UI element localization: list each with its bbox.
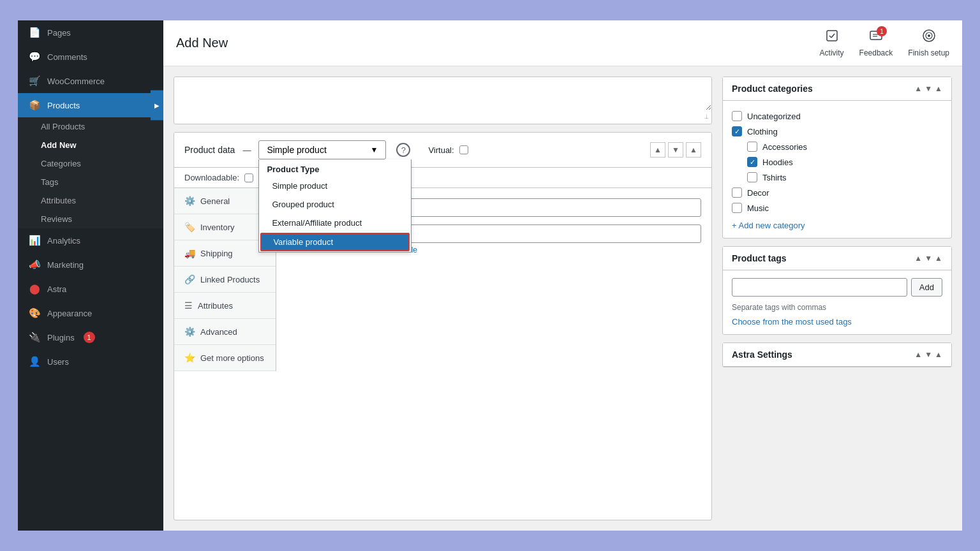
description-textarea[interactable] xyxy=(174,77,711,110)
dropdown-item-variable[interactable]: Variable product xyxy=(260,233,410,251)
astra-expand[interactable]: ▲ xyxy=(935,350,942,359)
astra-collapse-up[interactable]: ▲ xyxy=(914,350,922,359)
categories-body: Uncategorized Clothing Accessories xyxy=(723,101,951,238)
tags-box-header: Product tags ▲ ▼ ▲ xyxy=(723,247,951,270)
categories-collapse-down[interactable]: ▼ xyxy=(924,84,932,93)
dropdown-item-grouped[interactable]: Grouped product xyxy=(259,195,411,214)
tab-attributes[interactable]: ☰ Attributes xyxy=(174,293,276,319)
dropdown-item-simple[interactable]: Simple product xyxy=(259,177,411,195)
checkbox-clothing[interactable] xyxy=(732,126,742,136)
regular-price-input[interactable] xyxy=(383,198,701,217)
product-type-trigger[interactable]: Simple product ▼ xyxy=(258,140,386,159)
sidebar-item-products[interactable]: 📦 Products xyxy=(18,93,163,117)
astra-settings-title: Astra Settings xyxy=(732,349,792,360)
sidebar-item-pages[interactable]: 📄 Pages xyxy=(18,20,163,45)
sidebar-item-label-appearance: Appearance xyxy=(47,309,92,318)
categories-label: Categories xyxy=(41,159,81,168)
sidebar-sub-categories[interactable]: Categories xyxy=(18,154,163,173)
help-icon[interactable]: ? xyxy=(396,143,410,157)
product-data-box: Product data — Simple product ▼ Product … xyxy=(174,132,712,520)
shipping-tab-icon: 🚚 xyxy=(184,248,195,258)
tab-advanced[interactable]: ⚙️ Advanced xyxy=(174,319,276,345)
get-more-tab-icon: ⭐ xyxy=(184,353,195,363)
inventory-tab-icon: 🏷️ xyxy=(184,222,195,232)
sidebar-item-label-analytics: Analytics xyxy=(47,236,80,246)
product-data-header: Product data — Simple product ▼ Product … xyxy=(174,133,711,168)
page-title: Add New xyxy=(176,36,228,50)
finish-setup-button[interactable]: Finish setup xyxy=(908,29,949,57)
sidebar-item-astra[interactable]: ⬤ Astra xyxy=(18,277,163,301)
advanced-tab-label: Advanced xyxy=(200,327,237,337)
downloadable-checkbox[interactable] xyxy=(244,173,253,182)
product-data-dash: — xyxy=(242,145,251,155)
arrow-up-btn[interactable]: ▲ xyxy=(650,142,665,158)
category-item-clothing: Clothing xyxy=(732,124,942,139)
category-item-music: Music xyxy=(732,200,942,216)
tags-input[interactable] xyxy=(732,278,907,297)
virtual-checkbox[interactable] xyxy=(459,145,468,154)
checkbox-accessories[interactable] xyxy=(747,142,757,152)
sidebar-item-comments[interactable]: 💬 Comments xyxy=(18,45,163,69)
category-label-clothing: Clothing xyxy=(747,127,778,136)
add-category-link[interactable]: + Add new category xyxy=(732,221,942,230)
tab-linked-products[interactable]: 🔗 Linked Products xyxy=(174,267,276,293)
dropdown-section-title: Product Type xyxy=(259,159,411,177)
tags-hint: Separate tags with commas xyxy=(732,303,942,312)
categories-collapse-up[interactable]: ▲ xyxy=(914,84,922,93)
product-type-menu: Product Type Simple product Grouped prod… xyxy=(258,159,412,253)
categories-title: Product categories xyxy=(732,84,813,94)
checkbox-uncategorized[interactable] xyxy=(732,111,742,121)
category-item-accessories: Accessories xyxy=(747,139,942,154)
checkbox-decor[interactable] xyxy=(732,187,742,198)
arrow-down-btn[interactable]: ▼ xyxy=(668,142,683,158)
selected-product-type: Simple product xyxy=(267,145,326,155)
tags-body: Add Separate tags with commas Choose fro… xyxy=(723,270,951,334)
top-bar-actions: Activity 1 Feedback xyxy=(820,29,949,57)
sidebar-item-woocommerce[interactable]: 🛒 WooCommerce xyxy=(18,69,163,93)
sidebar-item-label-comments: Comments xyxy=(47,52,87,62)
categories-box-header: Product categories ▲ ▼ ▲ xyxy=(723,77,951,101)
astra-settings-box: Astra Settings ▲ ▼ ▲ xyxy=(722,342,952,367)
feedback-button[interactable]: 1 Feedback xyxy=(859,29,893,57)
tags-controls: ▲ ▼ ▲ xyxy=(914,254,942,263)
dropdown-item-external[interactable]: External/Affiliate product xyxy=(259,214,411,232)
tags-collapse-down[interactable]: ▼ xyxy=(924,254,932,263)
choose-tags-link[interactable]: Choose from the most used tags xyxy=(732,317,852,327)
sidebar-sub-add-new[interactable]: Add New xyxy=(18,136,163,154)
category-label-music: Music xyxy=(747,203,769,213)
arrow-expand-btn[interactable]: ▲ xyxy=(686,142,701,158)
attributes-tab-label: Attributes xyxy=(198,301,233,311)
sidebar-sub-all-products[interactable]: All Products xyxy=(18,117,163,136)
appearance-icon: 🎨 xyxy=(28,307,41,319)
attributes-label: Attributes xyxy=(41,196,76,205)
add-tag-button[interactable]: Add xyxy=(911,278,942,297)
add-new-label: Add New xyxy=(41,140,77,150)
sidebar-item-marketing[interactable]: 📣 Marketing xyxy=(18,253,163,277)
svg-point-8 xyxy=(928,34,930,37)
sidebar-item-plugins[interactable]: 🔌 Plugins 1 xyxy=(18,325,163,349)
activity-icon xyxy=(825,29,839,46)
sidebar-item-users[interactable]: 👤 Users xyxy=(18,349,163,374)
checkbox-tshirts[interactable] xyxy=(747,172,757,182)
sidebar-sub-reviews[interactable]: Reviews xyxy=(18,210,163,228)
tab-get-more[interactable]: ⭐ Get more options xyxy=(174,345,276,371)
checkbox-music[interactable] xyxy=(732,203,742,213)
astra-collapse-down[interactable]: ▼ xyxy=(924,350,932,359)
tags-collapse-up[interactable]: ▲ xyxy=(914,254,922,263)
attributes-tab-icon: ☰ xyxy=(184,300,193,311)
analytics-icon: 📊 xyxy=(28,235,41,246)
sidebar-sub-attributes[interactable]: Attributes xyxy=(18,191,163,210)
checkbox-hoodies[interactable] xyxy=(747,157,757,167)
sale-price-input[interactable] xyxy=(383,224,701,243)
tags-expand[interactable]: ▲ xyxy=(935,254,942,263)
activity-button[interactable]: Activity xyxy=(820,29,844,57)
textarea-resize-handle: ⟂ xyxy=(174,112,711,121)
categories-collapse-x[interactable]: ▲ xyxy=(935,84,942,93)
product-data-label: Product data xyxy=(184,145,235,155)
sidebar-sub-tags[interactable]: Tags xyxy=(18,173,163,191)
sidebar-item-appearance[interactable]: 🎨 Appearance xyxy=(18,301,163,325)
sidebar: 📄 Pages 💬 Comments 🛒 WooCommerce 📦 Produ… xyxy=(18,20,163,531)
activity-label: Activity xyxy=(820,48,844,57)
sidebar-item-analytics[interactable]: 📊 Analytics xyxy=(18,228,163,253)
category-label-tshirts: Tshirts xyxy=(762,173,787,182)
